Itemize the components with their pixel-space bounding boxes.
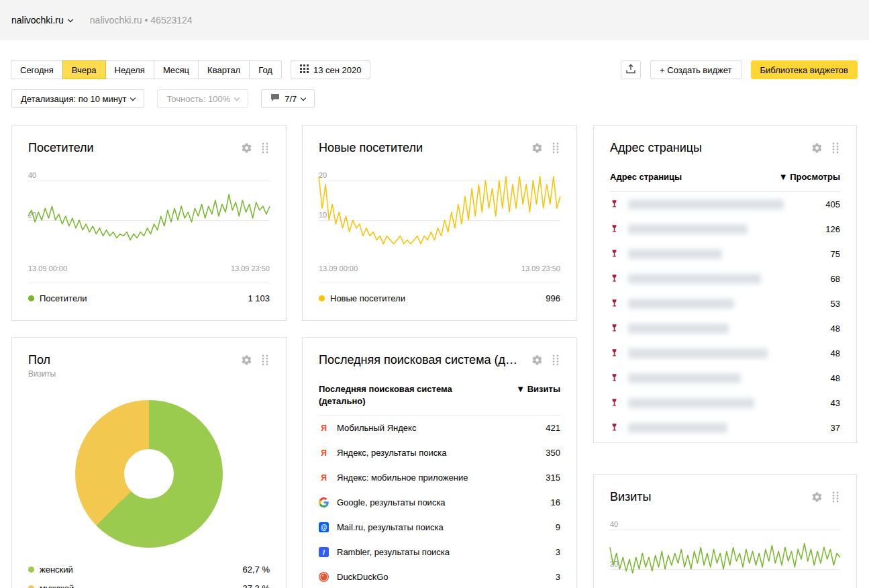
table-row[interactable]: Я Яндекс, результаты поиска 350	[319, 440, 560, 465]
table-row[interactable]: 48	[610, 366, 840, 391]
legend-dot	[28, 567, 34, 573]
yandex-metrica-dashboard: { "theme": { "accent_yellow": "#ffd633",…	[0, 0, 869, 588]
column-header-name[interactable]: Адрес страницы	[610, 171, 682, 183]
x-axis-end: 13.09 23:50	[231, 264, 270, 273]
widget-drag-handle[interactable]	[831, 141, 840, 155]
row-value: 68	[831, 274, 840, 284]
table-row[interactable]: Я Яндекс: мобильное приложение 315	[319, 465, 560, 490]
widget-search-engines: Последняя поисковая система (де… Последн…	[302, 337, 577, 588]
period-tab[interactable]: Неделя	[105, 60, 154, 79]
table-row[interactable]: 37	[610, 415, 840, 440]
widget-settings-button[interactable]	[530, 353, 544, 367]
row-value: 9	[556, 522, 560, 532]
chevron-down-icon	[234, 95, 240, 100]
legend-label: женский	[40, 565, 73, 575]
legend-row: Новые посетители 996	[319, 283, 560, 303]
calendar-grid-icon	[300, 64, 309, 75]
blurred-url	[628, 324, 729, 334]
topbar: nalivochki.ru nalivochki.ru • 46523124	[0, 0, 869, 40]
blurred-url	[628, 224, 748, 234]
table-header: Последняя поисковая система (детально) ▼…	[319, 383, 560, 415]
search-engines-table: Я Мобильный Яндекс 421 Я Яндекс, результ…	[319, 415, 560, 588]
table-row[interactable]: 53	[610, 291, 840, 316]
table-row[interactable]: 68	[610, 266, 840, 291]
table-row[interactable]: Google, результаты поиска 16	[319, 490, 560, 515]
legend-dot	[28, 295, 34, 301]
period-tab[interactable]: Вчера	[62, 60, 106, 79]
table-row[interactable]: 126	[610, 217, 840, 242]
export-button[interactable]	[621, 60, 641, 79]
blurred-url	[628, 348, 768, 358]
toolbar: Сегодня Вчера Неделя Месяц Квартал Год 1…	[11, 60, 858, 79]
svg-text:Я: Я	[321, 473, 327, 483]
widget-settings-button[interactable]	[240, 141, 254, 155]
widget-title: Пол	[28, 352, 50, 367]
yandex-favicon-icon: Я	[319, 423, 330, 433]
table-row[interactable]: Я Мобильный Яндекс 421	[319, 415, 560, 440]
row-value: 16	[551, 497, 560, 507]
table-row[interactable]: 48	[610, 341, 840, 366]
period-tab[interactable]: Год	[249, 60, 282, 79]
row-label: DuckDuckGo	[337, 572, 389, 582]
wine-favicon-icon	[610, 299, 621, 308]
row-value: 48	[831, 324, 840, 334]
column-header-name[interactable]: Последняя поисковая система (детально)	[319, 383, 480, 407]
period-tabs: Сегодня Вчера Неделя Месяц Квартал Год	[11, 60, 282, 79]
drag-dots-icon	[262, 142, 268, 154]
site-selector-label: nalivochki.ru	[11, 15, 64, 26]
x-axis-start: 13.09 00:00	[28, 264, 67, 273]
wine-favicon-icon	[610, 324, 621, 333]
widget-drag-handle[interactable]	[831, 490, 840, 504]
period-tab[interactable]: Квартал	[198, 60, 250, 79]
gender-donut-chart[interactable]	[75, 400, 223, 548]
widget-title: Посетители	[28, 140, 94, 155]
widget-visitors: Посетители 4020 13.09 00:00 13.09 23:50 …	[11, 125, 287, 321]
widget-title: Новые посетители	[319, 140, 423, 155]
gear-icon	[531, 354, 543, 366]
donut-hole	[124, 449, 174, 499]
legend-dot	[28, 585, 34, 588]
table-row[interactable]: 75	[610, 242, 840, 266]
table-row[interactable]: DuckDuckGo 3	[319, 565, 560, 588]
drag-dots-icon	[262, 354, 268, 366]
rambler-favicon-icon: /	[319, 547, 330, 557]
table-row[interactable]: 43	[610, 391, 840, 415]
wine-favicon-icon	[610, 398, 621, 407]
create-widget-button[interactable]: + Создать виджет	[650, 60, 741, 79]
wine-favicon-icon	[610, 224, 621, 234]
widget-visits: Визиты 4020	[593, 474, 857, 588]
period-tab[interactable]: Месяц	[154, 60, 199, 79]
table-row[interactable]: 48	[610, 316, 840, 341]
table-row[interactable]: @ Mail.ru, результаты поиска 9	[319, 515, 560, 540]
row-value: 75	[831, 249, 840, 259]
wine-favicon-icon	[610, 423, 621, 432]
accuracy-dropdown[interactable]: Точность: 100%	[157, 89, 248, 108]
widget-new-visitors: Новые посетители 2010 13.09 00:00 13.09 …	[302, 125, 577, 321]
widget-title: Визиты	[610, 489, 652, 504]
site-selector[interactable]: nalivochki.ru	[11, 15, 72, 26]
row-value: 48	[831, 373, 840, 383]
widget-settings-button[interactable]	[530, 141, 544, 155]
table-row[interactable]: 405	[610, 192, 840, 217]
widget-drag-handle[interactable]	[260, 353, 270, 367]
row-label: Rambler, результаты поиска	[337, 547, 450, 557]
widget-settings-button[interactable]	[810, 490, 824, 504]
blurred-url	[628, 299, 734, 309]
widget-settings-button[interactable]	[240, 353, 254, 367]
column-header-sort[interactable]: ▼ Просмотры	[779, 171, 840, 183]
widget-drag-handle[interactable]	[260, 141, 270, 155]
period-tab[interactable]: Сегодня	[11, 60, 63, 79]
widget-settings-button[interactable]	[810, 141, 824, 155]
legend-row: мужской 37,3 %	[28, 583, 270, 588]
export-icon	[626, 64, 635, 76]
detalization-label: Детализация: по 10 минут	[21, 94, 126, 104]
column-header-sort[interactable]: ▼ Визиты	[516, 383, 560, 395]
goals-dropdown[interactable]: 7/7	[261, 89, 315, 108]
widget-drag-handle[interactable]	[551, 141, 560, 155]
date-picker-button[interactable]: 13 сен 2020	[291, 60, 371, 79]
widget-library-button[interactable]: Библиотека виджетов	[751, 60, 858, 79]
legend-value: 1 103	[248, 293, 270, 303]
widget-drag-handle[interactable]	[551, 353, 560, 367]
table-row[interactable]: / Rambler, результаты поиска 3	[319, 540, 560, 565]
detalization-dropdown[interactable]: Детализация: по 10 минут	[11, 89, 144, 108]
